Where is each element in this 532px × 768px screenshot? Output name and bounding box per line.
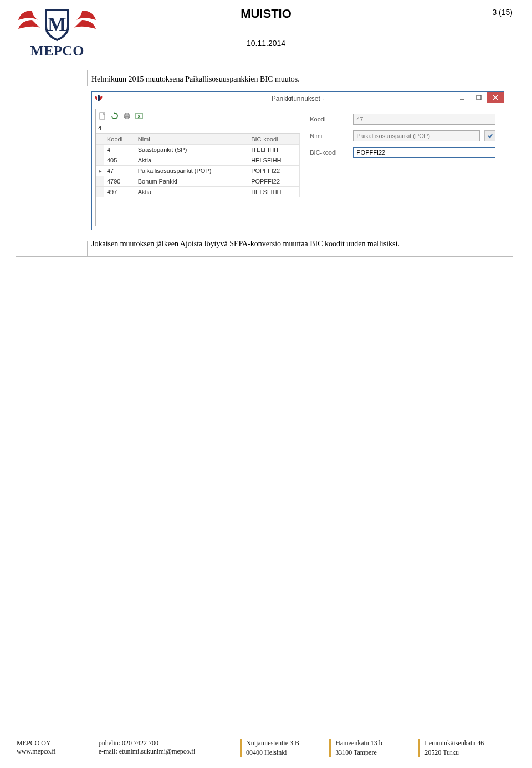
table-row[interactable]: ▸47Paikallisosuuspankit (POP)POPFFI22 [96, 166, 300, 176]
footer-addr3-line2: 20520 Turku [424, 749, 510, 757]
document-title: MUISTIO [0, 7, 532, 21]
svg-text:X: X [137, 114, 141, 119]
field-koodi[interactable] [353, 114, 495, 125]
label-bic: BIC-koodi [310, 149, 349, 156]
table-row[interactable]: 405AktiaHELSFIHH [96, 155, 300, 166]
svg-rect-9 [125, 117, 129, 119]
print-icon[interactable] [122, 111, 131, 120]
footer-addr2-line2: 33100 Tampere [335, 749, 413, 757]
footer-email: etunimi.sukunimi@mepco.fi [119, 747, 196, 755]
table-row[interactable]: 4Säästöpankit (SP)ITELFIHH [96, 145, 300, 155]
footer-addr2-line1: Hämeenkatu 13 b [335, 739, 413, 747]
detail-pane: Koodi Nimi BIC-koodi [305, 109, 500, 226]
search-input-bic[interactable] [244, 123, 300, 133]
footer-addr1-line1: Nuijamiestentie 3 B [246, 739, 324, 747]
column-header-bic[interactable]: BIC-koodi [248, 134, 300, 145]
lookup-button[interactable] [484, 130, 495, 141]
table-row[interactable]: 497AktiaHELSFIHH [96, 187, 300, 197]
field-nimi[interactable] [353, 130, 480, 141]
field-bic[interactable] [353, 147, 495, 158]
app-icon [94, 94, 103, 107]
window-title-text: Pankkitunnukset - [272, 95, 324, 103]
table-row[interactable]: 4790Bonum PankkiPOPFFI22 [96, 176, 300, 187]
page-number: 3 (15) [492, 8, 513, 17]
body-intro-text: Helmikuun 2015 muutoksena Paikallisosuus… [91, 75, 504, 84]
document-date: 10.11.2014 [0, 39, 532, 48]
new-icon[interactable] [98, 111, 107, 120]
footer-website: www.mepco.fi [17, 747, 56, 755]
section-rule-top [16, 70, 513, 70]
section-rule-bottom [16, 256, 513, 257]
search-input-nimi[interactable] [140, 123, 244, 133]
grid-toolbar: X [96, 109, 300, 123]
page-footer: MEPCO OY www.mepco.fi puhelin: 020 7422 … [17, 739, 515, 757]
svg-rect-1 [98, 95, 100, 101]
label-nimi: Nimi [310, 133, 349, 139]
label-koodi: Koodi [310, 116, 349, 123]
window-titlebar: Pankkitunnukset - [92, 92, 504, 105]
refresh-icon[interactable] [110, 111, 119, 120]
data-grid[interactable]: Koodi Nimi BIC-koodi 4Säästöpankit (SP)I… [96, 134, 300, 197]
search-input-koodi[interactable] [96, 123, 140, 133]
excel-icon[interactable]: X [135, 111, 144, 120]
footer-phone: 020 7422 700 [122, 739, 158, 747]
window-maximize-button[interactable] [470, 92, 487, 103]
body-outro-text: Jokaisen muutoksen jälkeen Ajoista löyty… [91, 240, 504, 248]
footer-company: MEPCO OY [17, 739, 99, 747]
column-header-koodi[interactable]: Koodi [104, 134, 135, 145]
column-header-nimi[interactable]: Nimi [135, 134, 248, 145]
footer-addr1-line2: 00400 Helsinki [246, 749, 324, 757]
window-close-button[interactable] [487, 92, 504, 103]
footer-addr3-line1: Lemminkäisenkatu 46 [424, 739, 510, 747]
window-minimize-button[interactable] [454, 92, 470, 103]
app-window: Pankkitunnukset - X [91, 91, 504, 230]
svg-rect-8 [125, 113, 129, 115]
svg-rect-3 [477, 95, 481, 100]
grid-pane: X Koodi Nimi BIC-koodi 4Säästöpankit (SP… [95, 109, 300, 226]
